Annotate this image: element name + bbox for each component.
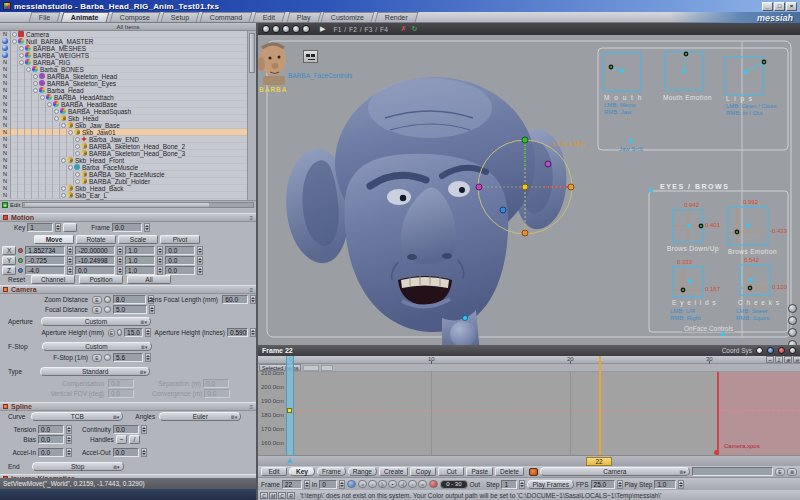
tree-vertical-scrollbar[interactable] xyxy=(247,31,256,200)
expand-icon[interactable] xyxy=(33,74,38,79)
tab-customize[interactable]: Customize xyxy=(321,12,375,22)
toolbar-cut-button[interactable]: Cut xyxy=(438,467,464,476)
motion-checkbox[interactable] xyxy=(3,215,8,220)
expand-icon[interactable] xyxy=(54,109,59,114)
x-channel-led[interactable] xyxy=(18,248,23,253)
viewport[interactable] xyxy=(258,35,800,345)
y-channel-led[interactable] xyxy=(18,258,23,263)
transport-button-1[interactable]: ‹ xyxy=(368,480,377,488)
jaw-sns-control-dot[interactable] xyxy=(629,139,633,143)
tree-edit-button[interactable]: +Edit xyxy=(2,202,20,208)
tab-edit[interactable]: Edit xyxy=(253,12,286,22)
tree-horizontal-scrollbar[interactable]: +Edit xyxy=(0,200,256,209)
play-step-field[interactable]: 1.0 xyxy=(654,480,676,489)
maximize-button[interactable]: □ xyxy=(774,2,785,11)
expand-icon[interactable] xyxy=(26,67,31,72)
coord-sys-button-2[interactable] xyxy=(767,347,774,354)
expand-icon[interactable] xyxy=(75,137,80,142)
mode-pivot-button[interactable]: Pivot xyxy=(160,235,200,244)
stepper[interactable] xyxy=(117,246,123,255)
channel-value-field[interactable]: -20.00000 xyxy=(75,246,115,255)
manip-left-handle[interactable] xyxy=(476,184,482,190)
motion-section-header[interactable]: Motion≡ xyxy=(0,213,256,222)
key-stepper[interactable] xyxy=(55,223,61,232)
stepper[interactable] xyxy=(617,480,623,489)
toolbar-edit-button[interactable]: Edit xyxy=(261,467,287,476)
channel-value-field[interactable]: 0.0 xyxy=(165,266,195,275)
eyelids-dot[interactable] xyxy=(688,279,692,283)
channel-value-field[interactable]: 1.0 xyxy=(125,246,155,255)
transport-in-field[interactable]: 0 xyxy=(319,480,337,489)
stepper[interactable] xyxy=(67,256,73,265)
collapse-icon[interactable]: ≡ xyxy=(249,404,253,410)
collapse-icon[interactable]: ≡ xyxy=(249,215,253,221)
manip-right-handle[interactable] xyxy=(568,184,574,190)
reset-circle-button[interactable] xyxy=(117,329,122,336)
expand-icon[interactable] xyxy=(61,186,66,191)
view-mode-button-2[interactable] xyxy=(272,25,280,33)
mode-move-button[interactable]: Move xyxy=(34,235,74,244)
reset-channel-button[interactable]: Channel xyxy=(31,275,75,284)
tension-field[interactable]: 0.0 xyxy=(38,425,64,434)
aperture-height-in-field[interactable]: 0.59055 xyxy=(227,328,248,337)
expand-icon[interactable] xyxy=(12,39,17,44)
stepper[interactable] xyxy=(149,305,155,314)
expand-icon[interactable] xyxy=(19,53,24,58)
cheeks-dot[interactable] xyxy=(749,278,753,282)
view-mode-button-1[interactable] xyxy=(262,25,270,33)
frame-field[interactable]: 0.0 xyxy=(112,223,142,232)
eyes-brows-dot[interactable] xyxy=(649,189,653,193)
stepper[interactable] xyxy=(678,480,684,489)
stepper[interactable] xyxy=(66,448,72,457)
stepper[interactable] xyxy=(67,266,73,275)
spline-checkbox[interactable] xyxy=(3,404,8,409)
view-mode-button-4[interactable] xyxy=(292,25,300,33)
status-button-c2[interactable]: C xyxy=(278,492,286,499)
coord-sys-button-3[interactable] xyxy=(778,347,785,354)
expand-icon[interactable] xyxy=(61,158,66,163)
status-button-c0[interactable]: C xyxy=(260,492,268,499)
toolbar-create-button[interactable]: Create xyxy=(379,467,409,476)
expand-icon[interactable] xyxy=(68,130,73,135)
stepper[interactable] xyxy=(66,425,72,434)
axis-y-button[interactable]: Y xyxy=(2,256,16,265)
key-lock-button[interactable] xyxy=(63,223,77,232)
refresh-view-icon[interactable]: ↻ xyxy=(411,25,417,33)
expression-field[interactable] xyxy=(692,467,773,476)
handle-linear-button[interactable]: / xyxy=(129,435,140,444)
lips-control-box[interactable] xyxy=(725,57,763,95)
tree-row[interactable]: NBARBA_RIG xyxy=(0,59,247,66)
expand-icon[interactable] xyxy=(75,179,80,184)
mouth-control-dot[interactable] xyxy=(620,69,624,73)
timeline-ruler[interactable]: 0102030⇔1⊕⊖ xyxy=(258,356,800,364)
tab-setup[interactable]: Setup xyxy=(160,12,199,22)
channel-value-field[interactable]: 0.0 xyxy=(165,256,195,265)
step-field[interactable]: 1 xyxy=(501,480,517,489)
expand-icon[interactable] xyxy=(40,95,45,100)
channel-dropdown[interactable]: Camera≣▾ xyxy=(540,467,690,476)
manip-bottom-handle[interactable] xyxy=(522,230,528,236)
spline-section-header[interactable]: Spline≡ xyxy=(0,402,256,411)
stepper[interactable] xyxy=(67,246,73,255)
tree-row[interactable]: NBARBA_Skeleton_Eyes xyxy=(0,80,247,87)
axis-z-button[interactable]: Z xyxy=(2,266,16,275)
stepper[interactable] xyxy=(145,353,151,362)
viewport-nav-button-3[interactable] xyxy=(788,328,797,337)
stepper[interactable] xyxy=(157,256,163,265)
fstop-dropdown[interactable]: Custom≣▾ xyxy=(42,342,152,351)
stepper[interactable] xyxy=(157,246,163,255)
view-mode-button-5[interactable] xyxy=(302,25,310,33)
tab-command[interactable]: Command xyxy=(200,12,253,22)
toolbar-frame-button[interactable]: Frame xyxy=(317,467,346,476)
tab-render[interactable]: Render xyxy=(375,12,419,22)
expand-icon[interactable] xyxy=(19,60,24,65)
stepper[interactable] xyxy=(197,256,203,265)
reset-circle-button[interactable] xyxy=(104,296,111,303)
stepper[interactable] xyxy=(339,480,345,489)
manip-inner-handle[interactable] xyxy=(500,207,506,213)
keyframe-dot[interactable] xyxy=(287,408,292,413)
mini-dropdown-icon[interactable]: ≣ xyxy=(787,468,797,476)
tree-row[interactable]: NSkb_Ear_L xyxy=(0,192,247,199)
toolbar-key-button[interactable]: Key xyxy=(289,467,315,476)
angles-dropdown[interactable]: Euler≣▾ xyxy=(159,412,241,421)
